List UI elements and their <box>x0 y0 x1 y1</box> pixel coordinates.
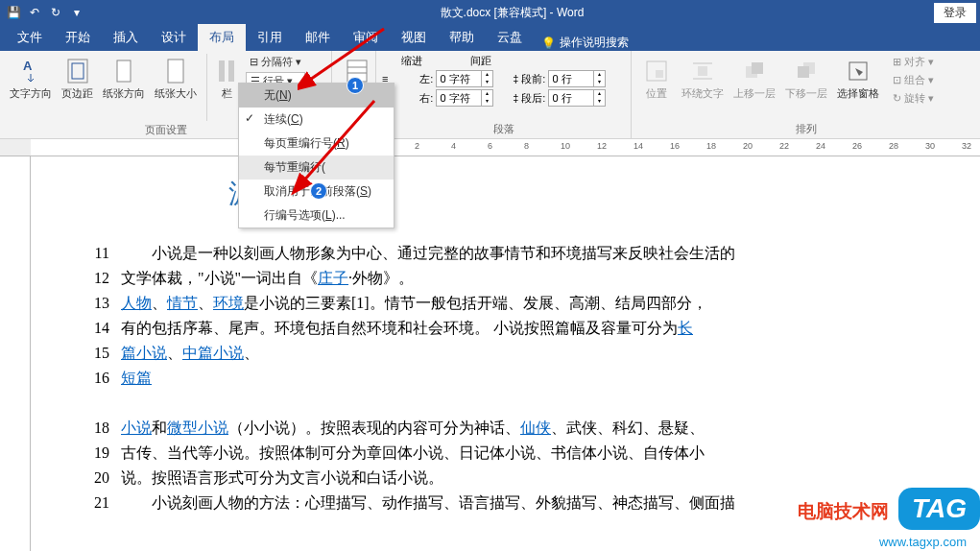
svg-rect-3 <box>117 60 131 82</box>
dd-continuous[interactable]: ✓连续(C) <box>239 108 394 132</box>
tab-review[interactable]: 审阅 <box>342 24 390 51</box>
tab-cloud[interactable]: 云盘 <box>486 24 534 51</box>
chevron-down-icon: ▾ <box>296 56 301 68</box>
line-text: 古传、当代等小说。按照体制可分为章回体小说、日记体小说、书信体小说、自传体小 <box>121 441 980 466</box>
indent-left-input[interactable]: 0 字符▴▾ <box>436 70 493 87</box>
dd-restart-page[interactable]: 每页重编行号(R) <box>239 132 394 156</box>
ribbon: A 文字方向 页边距 纸张方向 纸张大小 栏 <box>0 51 980 139</box>
line-number: 11 <box>84 241 121 266</box>
space-before-icon: ‡ <box>513 73 518 84</box>
bring-forward-button[interactable]: 上移一层 <box>729 54 779 103</box>
tab-insert[interactable]: 插入 <box>102 24 150 51</box>
line-text: 篇小说、中篇小说、 <box>121 341 980 366</box>
qat-customize-icon[interactable]: ▾ <box>67 3 86 22</box>
svg-rect-6 <box>228 60 234 82</box>
tab-design[interactable]: 设计 <box>150 24 198 51</box>
save-icon[interactable]: 💾 <box>4 3 23 22</box>
columns-button[interactable]: 栏 <box>213 54 240 103</box>
svg-rect-4 <box>168 60 183 83</box>
redo-icon[interactable]: ↻ <box>46 3 65 22</box>
doc-line[interactable]: 19古传、当代等小说。按照体制可分为章回体小说、日记体小说、书信体小说、自传体小 <box>84 441 980 466</box>
tab-references[interactable]: 引用 <box>246 24 294 51</box>
line-number: 15 <box>84 341 121 366</box>
line-number: 16 <box>84 366 121 391</box>
doc-line[interactable]: 13人物、情节、环境是小说的三要素[1]。情节一般包括开端、发展、高潮、结局四部… <box>84 291 980 316</box>
annotation-2: 2 <box>310 182 327 200</box>
breaks-button[interactable]: ⊟ 分隔符 ▾ <box>246 54 305 70</box>
tell-me-search[interactable]: 💡 操作说明搜索 <box>534 35 636 51</box>
columns-icon <box>217 56 236 86</box>
rotate-button[interactable]: ↻旋转▾ <box>889 90 938 107</box>
margins-icon <box>62 56 93 86</box>
line-number: 19 <box>84 441 121 466</box>
line-numbers-dropdown: 无(N) ✓连续(C) 每页重编行号(R) 每节重编行( 取消用于当前段落(S)… <box>238 83 394 228</box>
orientation-button[interactable]: 纸张方向 <box>99 54 149 103</box>
line-text: 有的包括序幕、尾声。环境包括自然环境和社会环境。 小说按照篇幅及容量可分为长 <box>121 316 980 341</box>
selection-pane-button[interactable]: 选择窗格 <box>833 54 883 103</box>
svg-rect-12 <box>698 66 707 76</box>
space-before-input[interactable]: 0 行▴▾ <box>548 70 606 87</box>
forward-icon <box>739 56 770 86</box>
rotate-icon: ↻ <box>893 92 901 105</box>
space-after-input[interactable]: 0 行▴▾ <box>548 89 606 107</box>
line-text: 文学体裁，"小说"一词出自《庄子·外物》。 <box>121 266 980 291</box>
margins-button[interactable]: 页边距 <box>58 54 97 103</box>
svg-rect-11 <box>656 70 663 78</box>
svg-rect-2 <box>72 63 84 79</box>
text-direction-icon: A <box>21 56 40 86</box>
svg-text:A: A <box>23 59 33 73</box>
annotation-1: 1 <box>347 77 364 94</box>
dd-restart-section[interactable]: 每节重编行( <box>239 156 394 180</box>
vertical-ruler[interactable] <box>13 156 31 551</box>
doc-line[interactable] <box>84 391 980 416</box>
group-label-paragraph: 段落 <box>382 120 625 138</box>
line-number <box>84 391 121 416</box>
line-number: 12 <box>84 266 121 291</box>
send-backward-button[interactable]: 下移一层 <box>781 54 831 103</box>
align-button[interactable]: ⊞对齐▾ <box>889 54 938 70</box>
doc-line[interactable]: 14有的包括序幕、尾声。环境包括自然环境和社会环境。 小说按照篇幅及容量可分为长 <box>84 316 980 341</box>
line-text: 人物、情节、环境是小说的三要素[1]。情节一般包括开端、发展、高潮、结局四部分， <box>121 291 980 316</box>
align-icon: ⊞ <box>893 56 901 68</box>
wrap-icon <box>687 56 718 86</box>
tab-file[interactable]: 文件 <box>6 24 54 51</box>
indent-right-input[interactable]: 0 字符▴▾ <box>436 89 493 107</box>
ribbon-tabs: 文件 开始 插入 设计 布局 引用 邮件 审阅 视图 帮助 云盘 💡 操作说明搜… <box>0 25 980 51</box>
position-icon <box>641 56 672 86</box>
selection-icon <box>843 56 873 86</box>
watermark: 电脑技术网 TAG www.tagxp.com <box>798 488 980 530</box>
line-text <box>121 391 980 416</box>
doc-line[interactable]: 11小说是一种以刻画人物形象为中心、通过完整的故事情节和环境描写来反映社会生活的 <box>84 241 980 266</box>
position-button[interactable]: 位置 <box>637 54 676 103</box>
line-text: 小说是一种以刻画人物形象为中心、通过完整的故事情节和环境描写来反映社会生活的 <box>121 241 980 266</box>
tab-mailings[interactable]: 邮件 <box>294 24 342 51</box>
line-number: 21 <box>84 491 121 515</box>
group-button[interactable]: ⊡组合▾ <box>889 72 938 88</box>
group-icon: ⊡ <box>893 74 901 86</box>
svg-rect-16 <box>752 62 763 74</box>
tab-view[interactable]: 视图 <box>390 24 438 51</box>
backward-icon <box>791 56 822 86</box>
line-text: 小说和微型小说（小小说）。按照表现的内容可分为神话、仙侠、武侠、科幻、悬疑、 <box>121 416 980 441</box>
tab-help[interactable]: 帮助 <box>438 24 486 51</box>
login-button[interactable]: 登录 <box>934 3 976 23</box>
dd-none[interactable]: 无(N) <box>239 84 394 108</box>
svg-rect-18 <box>798 66 809 78</box>
doc-line[interactable]: 16短篇 <box>84 366 980 391</box>
line-number: 14 <box>84 316 121 341</box>
wrap-text-button[interactable]: 环绕文字 <box>678 54 728 103</box>
text-direction-button[interactable]: A 文字方向 <box>6 54 56 103</box>
undo-icon[interactable]: ↶ <box>25 3 44 22</box>
size-icon <box>160 56 191 86</box>
horizontal-ruler[interactable]: 2468101214161820222426283032343638 <box>31 139 980 156</box>
line-number: 18 <box>84 416 121 441</box>
space-after-icon: ‡ <box>513 92 518 104</box>
tab-home[interactable]: 开始 <box>54 24 102 51</box>
size-button[interactable]: 纸张大小 <box>151 54 201 103</box>
window-title: 散文.docx [兼容模式] - Word <box>90 5 934 21</box>
doc-line[interactable]: 15篇小说、中篇小说、 <box>84 341 980 366</box>
dd-options[interactable]: 行编号选项(L)... <box>239 204 394 228</box>
tab-layout[interactable]: 布局 <box>198 24 246 51</box>
doc-line[interactable]: 12文学体裁，"小说"一词出自《庄子·外物》。 <box>84 266 980 291</box>
doc-line[interactable]: 18小说和微型小说（小小说）。按照表现的内容可分为神话、仙侠、武侠、科幻、悬疑、 <box>84 416 980 441</box>
